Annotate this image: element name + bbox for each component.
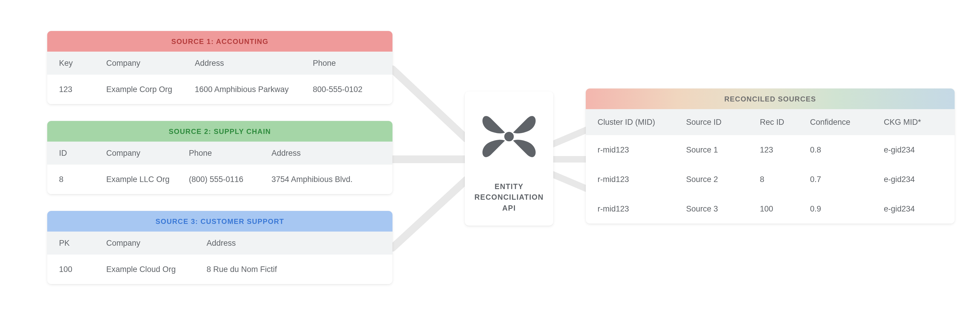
output-header-row: Cluster ID (MID) Source ID Rec ID Confid…	[586, 109, 955, 135]
cell: 0.7	[810, 175, 884, 184]
col-header: Rec ID	[760, 118, 810, 127]
col-header: ID	[59, 149, 106, 158]
source-3-data-row: 100 Example Cloud Org 8 Rue du Nom Ficti…	[47, 255, 393, 284]
reconciled-output-card: RECONCILED SOURCES Cluster ID (MID) Sour…	[586, 89, 955, 224]
col-header: Company	[106, 239, 207, 248]
col-header: Phone	[189, 149, 272, 158]
output-title: RECONCILED SOURCES	[586, 89, 955, 109]
api-label: ENTITY RECONCILIATION API	[473, 181, 546, 213]
output-row: r-mid123 Source 1 123 0.8 e-gid234	[586, 135, 955, 165]
cell: 8	[760, 175, 810, 184]
col-header: Address	[195, 59, 313, 68]
source-1-header-row: Key Company Address Phone	[47, 52, 393, 75]
col-header: CKG MID*	[884, 118, 943, 127]
source-2-data-row: 8 Example LLC Org (800) 555-0116 3754 Am…	[47, 165, 393, 194]
cell: 0.8	[810, 145, 884, 154]
col-header: Confidence	[810, 118, 884, 127]
cell: 800-555-0102	[313, 85, 381, 94]
output-row: r-mid123 Source 3 100 0.9 e-gid234	[586, 194, 955, 224]
cell: 8 Rue du Nom Fictif	[207, 265, 381, 274]
svg-point-1	[504, 132, 514, 141]
cell: Source 2	[686, 175, 760, 184]
source-1-title: SOURCE 1: ACCOUNTING	[47, 31, 393, 52]
col-header: PK	[59, 239, 106, 248]
api-label-line: API	[473, 203, 546, 213]
col-header: Company	[106, 59, 195, 68]
output-row: r-mid123 Source 2 8 0.7 e-gid234	[586, 165, 955, 194]
source-2-card: SOURCE 2: SUPPLY CHAIN ID Company Phone …	[47, 121, 393, 194]
cell: (800) 555-0116	[189, 175, 272, 184]
cell: 3754 Amphibious Blvd.	[272, 175, 381, 184]
entity-reconciliation-icon	[475, 103, 543, 170]
cell: r-mid123	[598, 175, 686, 184]
cell: Source 3	[686, 204, 760, 213]
cell: r-mid123	[598, 204, 686, 213]
api-label-line: ENTITY	[473, 181, 546, 192]
source-1-data-row: 123 Example Corp Org 1600 Amphibious Par…	[47, 75, 393, 104]
source-3-title: SOURCE 3: CUSTOMER SUPPORT	[47, 211, 393, 232]
source-2-header-row: ID Company Phone Address	[47, 142, 393, 165]
cell: e-gid234	[884, 175, 943, 184]
cell: e-gid234	[884, 145, 943, 154]
cell: 0.9	[810, 204, 884, 213]
col-header: Key	[59, 59, 106, 68]
api-card: ENTITY RECONCILIATION API	[465, 91, 553, 226]
cell: Example LLC Org	[106, 175, 189, 184]
col-header: Phone	[313, 59, 381, 68]
cell: 8	[59, 175, 106, 184]
source-3-card: SOURCE 3: CUSTOMER SUPPORT PK Company Ad…	[47, 211, 393, 284]
col-header: Address	[272, 149, 381, 158]
source-1-card: SOURCE 1: ACCOUNTING Key Company Address…	[47, 31, 393, 104]
cell: Source 1	[686, 145, 760, 154]
source-2-title: SOURCE 2: SUPPLY CHAIN	[47, 121, 393, 142]
cell: 100	[59, 265, 106, 274]
cell: Example Corp Org	[106, 85, 195, 94]
col-header: Company	[106, 149, 189, 158]
col-header: Source ID	[686, 118, 760, 127]
cell: 123	[59, 85, 106, 94]
cell: 1600 Amphibious Parkway	[195, 85, 313, 94]
cell: Example Cloud Org	[106, 265, 207, 274]
cell: 123	[760, 145, 810, 154]
source-3-header-row: PK Company Address	[47, 232, 393, 255]
cell: 100	[760, 204, 810, 213]
col-header: Cluster ID (MID)	[598, 118, 686, 127]
cell: e-gid234	[884, 204, 943, 213]
col-header: Address	[207, 239, 381, 248]
api-label-line: RECONCILIATION	[473, 192, 546, 202]
cell: r-mid123	[598, 145, 686, 154]
